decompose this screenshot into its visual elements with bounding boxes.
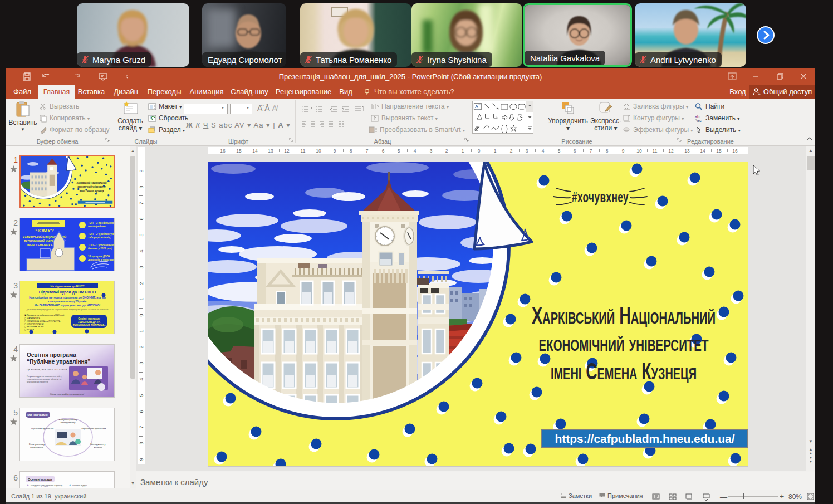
svg-text:імені Семена Кузнеця: імені Семена Кузнеця [80,189,104,193]
svg-text:Ми ГАРАНТОВАНО підготуємо вас: Ми ГАРАНТОВАНО підготуємо вас до НМТ/ЗНО… [35,304,101,307]
svg-text:Освітня програма: Освітня програма [27,352,76,358]
svg-text:На підготовчих до НШУ?: На підготовчих до НШУ? [50,285,84,288]
svg-text:ЦЕ БІЛЬШЕ, НІЖ ПРОСТО ОСВІТА..: ЦЕ БІЛЬШЕ, НІЖ ПРОСТО ОСВІТА... [27,368,69,371]
svg-text:Управлінню проектами: Управлінню проектами [81,427,106,430]
svg-text:Освітні програми: Освітні програми [78,317,100,320]
svg-text:дипломів з університетами: дипломів з університетами [88,258,114,261]
svg-text:вишів/рейтинг: вишів/рейтинг [88,224,106,228]
svg-text:балами у 2021 році: балами у 2021 році [88,247,112,250]
svg-text:«ШКОЛОВЕДА ТА: «ШКОЛОВЕДА ТА [78,321,101,324]
svg-text:ЧОМУ?: ЧОМУ? [35,227,54,233]
svg-text:“Публічне управління”: “Публічне управління” [27,359,90,365]
svg-text:Публічним фінансам: Публічним фінансам [31,427,53,430]
svg-text:імені Семена Кузнеця: імені Семена Кузнеця [551,358,697,384]
svg-text:ТОП – 3 профільних: ТОП – 3 профільних [88,221,114,224]
svg-text:ТОП – 2 у рейтингу ВНЗ: ТОП – 2 у рейтингу ВНЗ [88,232,114,236]
svg-text:Готуємо кадри на замовлення: м: Готуємо кадри на замовлення: міст, [27,375,62,378]
svg-text:створювали понад 20 років: створювали понад 20 років [48,300,87,303]
svg-text:ac: ac [697,119,702,123]
svg-text:Обери своє майбутнє правильно!: Обери своє майбутнє правильно! [50,393,84,395]
svg-text:◻ ІСТОРІЯ УКРАЇНИ: ◻ ІСТОРІЯ УКРАЇНИ [24,323,44,325]
svg-text:установ: установ [94,446,102,448]
svg-text:◻ ФІЗИКА: ◻ ФІЗИКА [24,329,35,331]
svg-text:менеджменту: менеджменту [61,421,76,424]
svg-text:▣ Предмети на вибір школяра у: ▣ Предмети на вибір школяра у НШУ році: [24,314,65,316]
svg-text:Завідувач (виддірівник служби): Завідувач (виддірівник служби) [30,484,63,487]
svg-text:#хочувхнеу: #хочувхнеу [572,189,629,205]
svg-text:https://cafpubladm.hneu.edu.ua: https://cafpubladm.hneu.edu.ua/ [555,432,734,445]
svg-text:Основні посади: Основні посади [28,478,52,481]
svg-text:врядуванню: врядуванню [30,446,43,448]
svg-text:ab: ab [695,115,699,119]
svg-text:ТОП – 1 устосовання: ТОП – 1 устосовання [88,244,114,247]
svg-text:Політик віддін: Політик віддін [72,484,87,487]
svg-text:◻ УКРАЇНСЬКА МОВА та ЛІТЕРАТУР: ◻ УКРАЇНСЬКА МОВА та ЛІТЕРАТУРА [24,320,61,322]
svg-text:◻ ІНОЗЕМНА МОВА: ◻ ІНОЗЕМНА МОВА [24,326,44,328]
svg-text:Ми навчаємо:: Ми навчаємо: [27,413,48,417]
svg-text:територіальних громад, области: територіальних громад, области та [27,378,62,380]
svg-text:ЕКОНОМІЧНА ПОЛІТИКА»: ЕКОНОМІЧНА ПОЛІТИКА» [73,324,106,327]
svg-text:економічний університет: економічний університет [77,185,106,188]
svg-text:До Університету середньої та с: До Університету середньої та старшої шко… [27,309,109,311]
svg-text:Накуспішніша методика підготов: Накуспішніша методика підготовки до ЗНО/… [29,296,105,299]
svg-text:Харківський Національний: Харківський Національний [532,302,716,329]
svg-text:економічний університет: економічний університет [539,330,709,356]
svg-text:◻ МАТЕМАТИКА: ◻ МАТЕМАТИКА [24,317,41,320]
svg-text:Харківський Національний: Харківський Національний [77,181,107,184]
svg-text:Підготовчі курси до НМТ/ЗНО: Підготовчі курси до НМТ/ЗНО [39,290,96,295]
svg-text:міжнародних проектів: міжнародних проектів [27,381,48,383]
svg-text:таборорієнтів від: таборорієнтів від [88,236,110,239]
svg-text:16 програм ДВОХ: 16 програм ДВОХ [88,255,111,258]
